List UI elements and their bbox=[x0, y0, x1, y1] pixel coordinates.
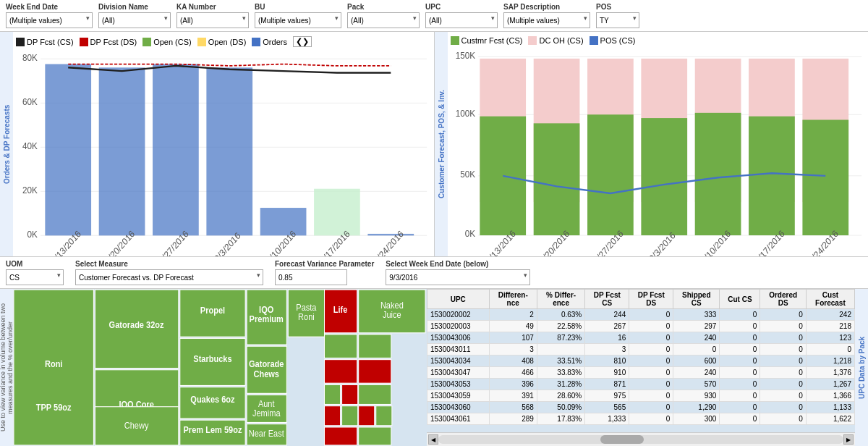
filter-sap-label: SAP Description bbox=[503, 3, 590, 11]
svg-text:Near East: Near East bbox=[249, 429, 285, 438]
svg-rect-42 bbox=[641, 118, 687, 235]
col-cut-cs: Cut CS bbox=[720, 290, 760, 309]
scroll-thumb[interactable] bbox=[600, 435, 644, 444]
scroll-track[interactable] bbox=[438, 435, 843, 444]
filter-week-select[interactable]: (Multiple values) bbox=[6, 12, 93, 28]
legend-custmr-fcst: Custmr Fcst (CS) bbox=[451, 36, 523, 45]
treemap-area: Use to view variance in volume between t… bbox=[0, 289, 427, 446]
svg-rect-102 bbox=[359, 427, 391, 445]
svg-rect-101 bbox=[376, 406, 392, 426]
svg-text:60K: 60K bbox=[22, 96, 38, 107]
legend-box-custmr bbox=[451, 36, 459, 45]
svg-text:150K: 150K bbox=[455, 50, 475, 61]
svg-text:Jemima: Jemima bbox=[252, 408, 281, 417]
legend-more[interactable]: ❮❯ bbox=[293, 36, 312, 47]
col-difference: Differen-nce bbox=[489, 290, 537, 309]
table-scroll[interactable]: UPC Differen-nce % Differ-ence DP FcstCS… bbox=[427, 289, 855, 432]
svg-rect-100 bbox=[359, 406, 375, 426]
filter-sap-select[interactable]: (Multiple values) bbox=[503, 12, 590, 28]
filter-week-end-date: Week End Date (Multiple values) bbox=[6, 3, 93, 28]
col-pct-diff: % Differ-ence bbox=[537, 290, 584, 309]
treemap-svg: Roni Gatorade 32oz IQO Core Propel Starb… bbox=[13, 289, 427, 446]
filter-ka-label: KA Number bbox=[176, 3, 249, 11]
filter-upc-select[interactable]: (All) bbox=[425, 12, 498, 28]
svg-text:TPP 59oz: TPP 59oz bbox=[36, 403, 72, 412]
svg-rect-45 bbox=[802, 120, 848, 236]
svg-rect-41 bbox=[587, 114, 634, 235]
table-row: 153004305939128.60%9750930001,366 bbox=[427, 390, 855, 402]
scroll-left-arrow[interactable]: ◀ bbox=[428, 434, 438, 445]
upc-area: UPC Differen-nce % Differ-ence DP FcstCS… bbox=[427, 289, 868, 446]
svg-text:Naked: Naked bbox=[380, 301, 404, 310]
svg-text:IQO: IQO bbox=[259, 305, 273, 314]
svg-text:50K: 50K bbox=[460, 169, 475, 180]
legend-label-dc-oh: DC OH (CS) bbox=[539, 36, 583, 45]
filter-pos: POS TY bbox=[596, 3, 639, 28]
table-row: 153004300610787.23%16024000123 bbox=[427, 332, 855, 344]
svg-text:Juice: Juice bbox=[383, 311, 401, 319]
filter-pos-label: POS bbox=[596, 3, 639, 11]
svg-rect-95 bbox=[342, 406, 358, 426]
week-end-date-select[interactable]: 9/3/2016 bbox=[386, 269, 530, 285]
select-measure-label: Select Measure bbox=[75, 260, 263, 268]
chart-left-content: DP Fcst (CS) DP Fcst (DS) Open (CS) Open… bbox=[13, 32, 434, 256]
col-dp-fcst-cs: DP FcstCS bbox=[585, 290, 629, 309]
svg-text:Pasta: Pasta bbox=[296, 303, 317, 312]
legend-pos-cs: POS (CS) bbox=[590, 36, 636, 45]
svg-text:40K: 40K bbox=[22, 140, 38, 151]
svg-text:Starbucks: Starbucks bbox=[193, 355, 231, 363]
legend-box-dp-fcst-ds bbox=[80, 38, 88, 46]
svg-rect-14 bbox=[260, 208, 307, 235]
svg-text:Premium: Premium bbox=[250, 314, 284, 323]
legend-label-open-ds: Open (DS) bbox=[208, 38, 247, 46]
svg-rect-11 bbox=[99, 67, 145, 235]
legend-label-dp-fcst-ds: DP Fcst (DS) bbox=[90, 38, 137, 46]
legend-label-pos-cs: POS (CS) bbox=[600, 36, 636, 45]
select-measure-select[interactable]: Customer Forecast vs. DP Forecast bbox=[75, 269, 263, 285]
svg-rect-15 bbox=[314, 189, 360, 236]
table-row: 153004304746633.83%9100240001,376 bbox=[427, 367, 855, 379]
table-row: 153004303440833.51%8100600001,218 bbox=[427, 355, 855, 367]
scroll-right-arrow[interactable]: ▶ bbox=[843, 434, 854, 445]
forecast-variance-input[interactable] bbox=[275, 269, 347, 285]
legend-box-dc-oh bbox=[528, 36, 537, 45]
legend-dp-fcst-cs: DP Fcst (CS) bbox=[16, 36, 74, 47]
filter-division-select[interactable]: (All) bbox=[98, 12, 171, 28]
table-row: 153004306128917.83%1,3330300001,622 bbox=[427, 413, 855, 425]
svg-rect-98 bbox=[359, 360, 391, 384]
controls-row: UOM CS Select Measure Customer Forecast … bbox=[0, 256, 868, 289]
charts-row: Orders & DP Forecasts DP Fcst (CS) DP Fc… bbox=[0, 32, 868, 256]
svg-text:Roni: Roni bbox=[298, 313, 315, 321]
filter-ka-select[interactable]: (All) bbox=[176, 12, 249, 28]
svg-rect-39 bbox=[480, 117, 526, 235]
filter-week-label: Week End Date bbox=[6, 3, 93, 11]
filter-pos-select[interactable]: TY bbox=[596, 12, 639, 28]
svg-rect-90 bbox=[325, 334, 357, 358]
filter-bu-select[interactable]: (Multiple values) bbox=[255, 12, 341, 28]
svg-rect-43 bbox=[694, 113, 741, 235]
table-row: 153004306056850.09%56501,290001,133 bbox=[427, 402, 855, 413]
week-end-date-label: Select Week End Date (below) bbox=[386, 260, 530, 268]
table-row: 15300430113300000 bbox=[427, 344, 855, 355]
legend-right: Custmr Fcst (CS) DC OH (CS) POS (CS) bbox=[451, 35, 866, 46]
filter-upc-label: UPC bbox=[425, 3, 498, 11]
svg-text:Roni: Roni bbox=[45, 360, 63, 369]
forecast-variance-label: Forecast Variance Parameter bbox=[275, 260, 374, 268]
upc-table-area: UPC Differen-nce % Differ-ence DP FcstCS… bbox=[427, 289, 855, 446]
svg-rect-40 bbox=[533, 123, 579, 235]
legend-dp-fcst-ds: DP Fcst (DS) bbox=[80, 36, 137, 47]
legend-box-pos-cs bbox=[590, 36, 598, 45]
bottom-row: Use to view variance in volume between t… bbox=[0, 289, 868, 446]
legend-label-dp-fcst-cs: DP Fcst (CS) bbox=[27, 38, 74, 46]
legend-dc-oh: DC OH (CS) bbox=[528, 36, 583, 45]
filter-pack: Pack (All) bbox=[347, 3, 420, 28]
filter-pack-select[interactable]: (All) bbox=[347, 12, 420, 28]
left-chart-svg: 80K 60K 40K 20K 0K bbox=[16, 49, 431, 256]
uom-label: UOM bbox=[6, 260, 64, 268]
uom-select[interactable]: CS bbox=[6, 269, 64, 285]
treemap-label: Use to view variance in volume between t… bbox=[0, 289, 13, 446]
filter-bu: BU (Multiple values) bbox=[255, 3, 341, 28]
upc-table: UPC Differen-nce % Differ-ence DP FcstCS… bbox=[427, 289, 855, 425]
svg-text:Quakes 6oz: Quakes 6oz bbox=[190, 395, 235, 404]
svg-rect-10 bbox=[45, 64, 91, 236]
